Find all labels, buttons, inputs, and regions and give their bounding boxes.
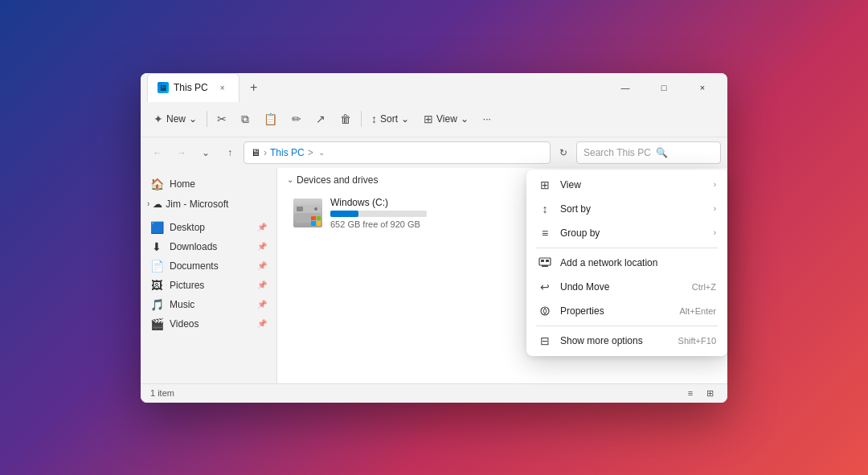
account-label: Jim - Microsoft bbox=[166, 199, 228, 210]
sort-label: Sort bbox=[380, 113, 398, 125]
status-bar: 1 item ≡ ⊞ bbox=[141, 383, 727, 403]
ctx-sort-label: Sort by bbox=[560, 203, 706, 215]
ctx-group-by[interactable]: ≡ Group by › bbox=[530, 221, 724, 245]
cut-button[interactable]: ✂ bbox=[211, 109, 233, 129]
desktop-label: Desktop bbox=[170, 222, 205, 233]
sidebar-item-documents[interactable]: 📄 Documents 📌 bbox=[141, 256, 276, 276]
view-button[interactable]: ⊞ View ⌄ bbox=[417, 109, 475, 129]
sort-chevron: ⌄ bbox=[401, 113, 409, 125]
drive-space-fill bbox=[330, 211, 358, 217]
ctx-group-label: Group by bbox=[560, 227, 706, 239]
grid-view-icon: ⊞ bbox=[706, 388, 714, 399]
view-chevron: ⌄ bbox=[461, 113, 469, 125]
path-breadcrumb-chevron: > bbox=[308, 147, 313, 158]
home-icon: 🏠 bbox=[150, 178, 163, 190]
svg-rect-9 bbox=[546, 260, 549, 262]
new-button[interactable]: ✦ New ⌄ bbox=[147, 109, 203, 129]
music-label: Music bbox=[170, 299, 194, 310]
up-icon: ↑ bbox=[227, 147, 232, 158]
ctx-undo-shortcut: Ctrl+Z bbox=[692, 282, 716, 292]
ctx-properties[interactable]: Properties Alt+Enter bbox=[530, 299, 724, 323]
this-pc-tab-icon bbox=[158, 82, 169, 93]
ctx-undo-move[interactable]: ↩ Undo Move Ctrl+Z bbox=[530, 275, 724, 299]
refresh-button[interactable]: ↻ bbox=[554, 143, 573, 162]
sidebar-divider bbox=[141, 211, 276, 218]
pictures-label: Pictures bbox=[170, 280, 204, 291]
forward-button[interactable]: → bbox=[171, 142, 192, 163]
context-menu: ⊞ View › ↕ Sort by › ≡ Group by › A bbox=[526, 170, 727, 356]
videos-label: Videos bbox=[170, 318, 199, 330]
delete-icon: 🗑 bbox=[340, 113, 351, 125]
sidebar-item-music[interactable]: 🎵 Music 📌 bbox=[141, 295, 276, 314]
paste-icon: 📋 bbox=[264, 113, 277, 125]
ctx-show-more[interactable]: ⊟ Show more options Shift+F10 bbox=[530, 329, 724, 353]
ctx-group-arrow: › bbox=[714, 228, 716, 237]
ctx-properties-icon bbox=[538, 304, 552, 318]
ctx-more-icon: ⊟ bbox=[538, 334, 552, 348]
window-controls: — □ × bbox=[607, 75, 721, 100]
sidebar-group-account[interactable]: › ☁ Jim - Microsoft bbox=[141, 194, 276, 211]
ctx-more-label: Show more options bbox=[560, 335, 670, 346]
title-bar: This PC × + — □ × bbox=[141, 73, 727, 102]
ctx-view[interactable]: ⊞ View › bbox=[530, 173, 724, 197]
section-label: Devices and drives bbox=[297, 174, 378, 186]
up-button[interactable]: ↑ bbox=[219, 142, 240, 163]
pictures-pin: 📌 bbox=[257, 280, 267, 289]
back-button[interactable]: ← bbox=[147, 142, 168, 163]
minimize-button[interactable]: — bbox=[607, 75, 644, 100]
tab-close-button[interactable]: × bbox=[216, 81, 229, 94]
this-pc-path-icon: 🖥 bbox=[251, 147, 260, 158]
downloads-icon: ⬇ bbox=[150, 240, 163, 253]
copy-button[interactable]: ⧉ bbox=[235, 109, 256, 129]
sidebar-item-pictures[interactable]: 🖼 Pictures 📌 bbox=[141, 276, 276, 295]
home-label: Home bbox=[170, 178, 195, 190]
ctx-add-network[interactable]: Add a network location bbox=[530, 251, 724, 275]
ctx-sort-by[interactable]: ↕ Sort by › bbox=[530, 197, 724, 221]
svg-rect-7 bbox=[542, 265, 548, 267]
delete-button[interactable]: 🗑 bbox=[334, 109, 358, 129]
path-separator: › bbox=[264, 147, 267, 158]
close-button[interactable]: × bbox=[684, 75, 721, 100]
more-icon: ··· bbox=[483, 113, 491, 125]
ctx-sort-arrow: › bbox=[714, 204, 716, 213]
path-dropdown-chevron[interactable]: ⌄ bbox=[318, 148, 325, 157]
more-button[interactable]: ··· bbox=[477, 110, 497, 128]
videos-icon: 🎬 bbox=[150, 317, 163, 330]
section-chevron: ⌄ bbox=[287, 175, 293, 184]
paste-button[interactable]: 📋 bbox=[257, 109, 284, 129]
desktop-pin: 📌 bbox=[257, 223, 267, 231]
sort-button[interactable]: ↕ Sort ⌄ bbox=[365, 109, 416, 129]
ctx-view-label: View bbox=[560, 179, 706, 190]
address-bar: ← → ⌄ ↑ 🖥 › This PC > ⌄ ↻ Search This PC… bbox=[141, 137, 727, 168]
path-breadcrumb[interactable]: 🖥 › This PC > ⌄ bbox=[244, 141, 551, 164]
window-tab[interactable]: This PC × bbox=[147, 73, 240, 102]
sidebar-item-home[interactable]: 🏠 Home bbox=[141, 174, 276, 194]
sidebar-item-videos[interactable]: 🎬 Videos 📌 bbox=[141, 314, 276, 334]
ctx-view-arrow: › bbox=[714, 180, 716, 189]
rename-button[interactable]: ✏ bbox=[285, 109, 308, 129]
cloud-icon: ☁ bbox=[153, 199, 162, 210]
cut-icon: ✂ bbox=[217, 113, 227, 125]
drive-icon-image bbox=[293, 199, 322, 227]
desktop-icon: 🟦 bbox=[150, 221, 163, 234]
refresh-icon: ↻ bbox=[559, 147, 567, 158]
search-placeholder: Search This PC bbox=[583, 147, 651, 158]
ctx-group-icon: ≡ bbox=[538, 226, 552, 240]
path-current-label: This PC bbox=[270, 147, 305, 158]
list-view-button[interactable]: ≡ bbox=[682, 386, 698, 400]
new-icon: ✦ bbox=[154, 113, 163, 125]
new-tab-button[interactable]: + bbox=[243, 76, 265, 99]
maximize-button[interactable]: □ bbox=[645, 75, 682, 100]
recent-button[interactable]: ⌄ bbox=[195, 142, 216, 163]
sidebar-item-desktop[interactable]: 🟦 Desktop 📌 bbox=[141, 218, 276, 237]
search-box[interactable]: Search This PC 🔍 bbox=[576, 141, 721, 164]
downloads-pin: 📌 bbox=[257, 242, 267, 251]
sidebar-item-downloads[interactable]: ⬇ Downloads 📌 bbox=[141, 237, 276, 256]
svg-rect-8 bbox=[541, 260, 544, 262]
grid-view-button[interactable]: ⊞ bbox=[702, 386, 718, 400]
svg-point-4 bbox=[314, 207, 317, 211]
share-button[interactable]: ↗ bbox=[309, 109, 332, 129]
downloads-label: Downloads bbox=[170, 241, 217, 252]
music-pin: 📌 bbox=[257, 300, 267, 309]
documents-pin: 📌 bbox=[257, 261, 267, 270]
